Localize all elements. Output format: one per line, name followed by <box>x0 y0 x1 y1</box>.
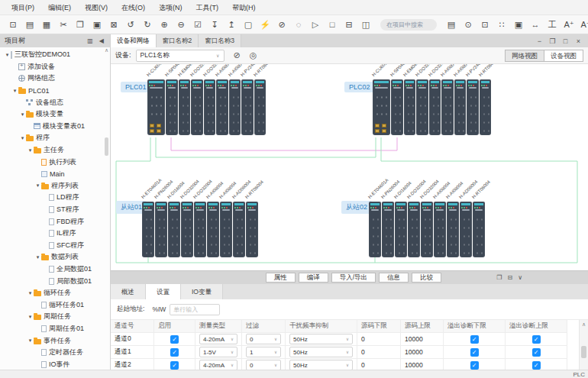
overflow-low-checkbox[interactable]: ✓ <box>470 361 479 370</box>
minimize-button[interactable]: − <box>533 37 546 45</box>
module-PLC02-0[interactable] <box>373 79 390 135</box>
tree-item-7[interactable]: ▾程序 <box>0 132 110 144</box>
module-从站02-0[interactable] <box>369 202 381 257</box>
module-从站02-1[interactable] <box>382 202 394 257</box>
module-PLC02-2[interactable] <box>404 79 416 135</box>
compile-check-icon[interactable]: ☑ <box>189 16 206 33</box>
tree-item-10[interactable]: Main <box>0 168 110 180</box>
tab-窗口名称2[interactable]: 窗口名称2 <box>157 34 199 47</box>
zoom-in-icon[interactable]: ⊕ <box>156 16 173 33</box>
inspector-button-信息[interactable]: 信息 <box>379 273 409 283</box>
tree-item-24[interactable]: ▾事件任务 <box>0 334 110 347</box>
expander-icon[interactable]: ▾ <box>27 314 34 320</box>
redo-icon[interactable]: ↻ <box>139 16 156 33</box>
rack-label-PLC02[interactable]: PLC02 <box>344 82 375 92</box>
tree-item-4[interactable]: 设备组态 <box>0 96 110 108</box>
module-PLC01-6[interactable] <box>229 79 241 135</box>
inspector-tab-概述[interactable]: 概述 <box>111 284 146 299</box>
inspector-button-比较[interactable]: 比较 <box>412 273 441 283</box>
image-view-icon[interactable]: ▣ <box>510 16 527 33</box>
go-offline-icon[interactable]: ⊘ <box>234 50 241 60</box>
go-online-icon[interactable]: ◎ <box>250 50 257 60</box>
snapshot-icon[interactable]: ⊡ <box>477 16 493 33</box>
code-low-cell[interactable]: 0 <box>357 359 401 370</box>
overflow-low-checkbox[interactable]: ✓ <box>470 335 479 344</box>
module-PLC01-1[interactable] <box>166 79 178 135</box>
range-type-select[interactable]: 1-5V∨ <box>199 347 237 357</box>
table-scroll-thumb[interactable] <box>581 346 586 358</box>
freq-suppress-select[interactable]: 50Hz∨ <box>289 360 353 370</box>
tree-item-0[interactable]: ▾三联智控DEMO01 <box>0 49 110 61</box>
code-high-cell[interactable]: 10000 <box>401 346 444 358</box>
panel-layout-icon[interactable]: ▥ <box>84 37 96 44</box>
tree-item-26[interactable]: IO事件 <box>0 358 110 370</box>
tree-item-23[interactable]: 周期任务01 <box>0 323 110 335</box>
tab-窗口名称3[interactable]: 窗口名称3 <box>199 34 241 47</box>
module-从站02-4[interactable] <box>421 202 433 257</box>
module-PLC01-8[interactable] <box>254 79 267 135</box>
expander-icon[interactable]: ▾ <box>34 183 41 189</box>
module-从站02-3[interactable] <box>408 202 420 257</box>
expander-icon[interactable]: ▾ <box>27 338 34 344</box>
overflow-high-checkbox[interactable]: ✓ <box>532 361 541 370</box>
upload-from-plc-icon[interactable]: ↥ <box>223 16 240 33</box>
inspector-tab-设置[interactable]: 设置 <box>146 284 181 299</box>
close-button[interactable]: × <box>572 37 585 45</box>
find-replace-icon[interactable]: ◌ <box>290 16 307 33</box>
syntax-check-icon[interactable]: ⊙ <box>460 16 477 33</box>
menu-item-0[interactable]: 项目(P) <box>5 0 41 15</box>
tree-scroll-thumb[interactable] <box>105 137 108 156</box>
float-panel-icon[interactable]: ❐ <box>496 274 502 281</box>
module-PLC01-7[interactable] <box>241 79 254 135</box>
module-PLC02-4[interactable] <box>429 79 441 135</box>
rack-label-从站02[interactable]: 从站02 <box>341 201 372 214</box>
tree-item-11[interactable]: ▾程序列表 <box>0 180 110 192</box>
rack-label-PLC01[interactable]: PLC01 <box>121 82 151 92</box>
panel-menu-icon[interactable]: ∨ <box>518 274 522 281</box>
code-low-cell[interactable]: 0 <box>357 346 401 358</box>
tree-item-8[interactable]: ▾主任务 <box>0 144 110 157</box>
menu-item-3[interactable]: 在线(O) <box>115 0 152 15</box>
expander-icon[interactable]: ▾ <box>27 147 34 153</box>
tree-item-14[interactable]: FBD程序 <box>0 215 110 228</box>
expander-icon[interactable]: ▾ <box>34 254 41 260</box>
tile-windows-icon[interactable]: ∷ <box>493 16 510 33</box>
inspector-tab-IO变量[interactable]: IO变量 <box>181 284 223 299</box>
module-从站01-2[interactable] <box>168 202 180 257</box>
tree-item-3[interactable]: ▾PLC01 <box>0 85 110 97</box>
module-从站01-4[interactable] <box>194 202 206 257</box>
menu-item-2[interactable]: 视图(V) <box>78 0 115 15</box>
split-vertical-icon[interactable]: ◫ <box>357 16 374 33</box>
open-project-icon[interactable]: ▤ <box>21 16 38 33</box>
undo-icon[interactable]: ↺ <box>122 16 139 33</box>
code-high-cell[interactable]: 10000 <box>401 333 444 345</box>
tree-item-25[interactable]: 定时器任务 <box>0 347 110 359</box>
delete-icon[interactable]: ⊠ <box>105 16 122 33</box>
module-从站02-6[interactable] <box>447 202 459 257</box>
module-PLC01-3[interactable] <box>191 79 203 135</box>
code-low-cell[interactable]: 0 <box>357 333 401 345</box>
overflow-low-checkbox[interactable]: ✓ <box>470 348 479 357</box>
expander-icon[interactable]: ▾ <box>27 290 34 296</box>
expander-icon[interactable]: ▾ <box>11 88 18 94</box>
save-icon[interactable]: ▦ <box>38 16 55 33</box>
module-从站02-5[interactable] <box>434 202 446 257</box>
stop-icon[interactable]: □ <box>324 16 341 33</box>
module-从站01-0[interactable] <box>142 202 154 257</box>
tree-item-18[interactable]: 全局数据01 <box>0 263 110 276</box>
filter-select[interactable]: 1∨ <box>246 347 281 357</box>
menu-item-4[interactable]: 选项(N) <box>152 0 189 15</box>
expander-icon[interactable]: ▾ <box>4 52 11 58</box>
overflow-high-checkbox[interactable]: ✓ <box>532 335 541 344</box>
collapse-sidebar-icon[interactable]: ◀ <box>96 37 107 44</box>
inspector-button-编译[interactable]: 编译 <box>299 273 328 283</box>
expander-icon[interactable]: ▾ <box>19 111 26 118</box>
freq-suppress-select[interactable]: 50Hz∨ <box>289 347 353 357</box>
menu-item-6[interactable]: 帮助(H) <box>225 0 263 15</box>
menu-item-1[interactable]: 编辑(E) <box>41 0 78 15</box>
module-从站01-8[interactable] <box>246 202 258 257</box>
module-从站02-7[interactable] <box>460 202 472 257</box>
range-type-select[interactable]: 4-20mA∨ <box>199 334 237 344</box>
copy-icon[interactable]: ❐ <box>72 16 89 33</box>
start-address-input[interactable] <box>170 304 220 315</box>
